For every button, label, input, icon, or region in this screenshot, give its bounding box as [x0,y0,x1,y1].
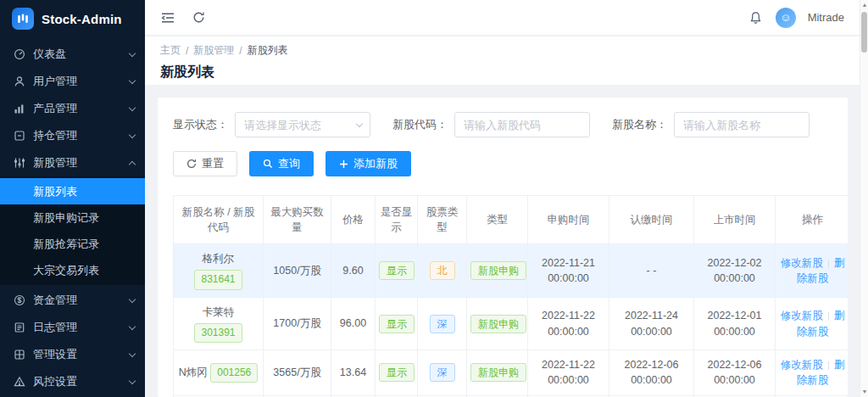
main-content: 显示状态： 新股代码： 新股名称： 重置 查询 [145,85,860,397]
breadcrumb: 主页 / 新股管理 / 新股列表 [160,43,844,58]
pay-date: - - [647,265,657,277]
list-date: 2022-12-02 [708,257,762,269]
submenu-item-block-trade-list[interactable]: 大宗交易列表 [0,257,145,283]
edit-newstock-link[interactable]: 修改新股 [781,359,823,371]
filter-row: 显示状态： 新股代码： 新股名称： [173,112,832,137]
chevron-down-icon [129,295,136,302]
table-row: 格利尔 831641 1050/万股 9.60 显示 北 新股申购 2022-1… [174,244,849,298]
display-badge: 显示 [379,261,415,280]
action-divider [828,312,829,321]
display-badge: 显示 [379,363,415,382]
subscribe-clock: 00:00:00 [548,374,589,386]
log-icon [13,322,25,334]
app-title: Stock-Admin [42,12,122,26]
stock-name: 卡莱特 [203,306,235,318]
sidebar-item-newstock[interactable]: 新股管理 [0,149,145,176]
filter-label: 新股名称： [612,117,667,132]
price: 9.60 [331,244,376,298]
sidebar-item-products[interactable]: 产品管理 [0,95,145,122]
filter-display-status: 显示状态： [173,112,370,137]
query-button[interactable]: 查询 [249,151,314,176]
user-name[interactable]: Mitrade [808,11,844,24]
app-logo-icon [12,8,34,30]
price: 13.64 [331,350,376,395]
newstock-submenu: 新股列表 新股申购记录 新股抢筹记录 大宗交易列表 [0,176,145,285]
submenu-item-newstock-list[interactable]: 新股列表 [0,178,145,204]
sidebar-item-label: 新股管理 [33,155,130,171]
list-date: 2022-12-06 [708,359,762,371]
logo: Stock-Admin [0,0,145,37]
breadcrumb-home[interactable]: 主页 [160,43,181,58]
sidebar-item-logs[interactable]: 日志管理 [0,314,145,341]
position-icon [13,130,25,143]
chevron-up-icon [129,160,136,167]
col-header-display: 是否显示 [376,196,418,244]
plus-icon [339,159,348,169]
sidebar-item-label: 产品管理 [33,101,130,116]
submenu-item-grab-records[interactable]: 新股抢筹记录 [0,231,145,257]
notification-bell-icon[interactable] [748,10,764,25]
filter-stock-name: 新股名称： [612,112,810,137]
sidebar-item-users[interactable]: 用户管理 [0,68,145,95]
pay-date: 2022-12-06 [625,359,679,371]
add-newstock-button[interactable]: 添加新股 [326,151,411,176]
pay-clock: 00:00:00 [631,326,672,338]
market-badge: 深 [430,315,455,333]
table-header-row: 新股名称 / 新股代码 最大购买数量 价格 是否显示 股票类型 类型 申购时间 … [174,196,849,244]
pay-clock: 00:00:00 [631,374,672,386]
col-header-list-time: 上市时间 [694,196,776,244]
vertical-scrollbar[interactable]: ▲ ▼ [860,0,868,397]
display-status-select[interactable] [235,112,370,137]
edit-newstock-link[interactable]: 修改新股 [781,257,823,269]
sidebar-item-label: 风控设置 [33,374,130,389]
refresh-icon[interactable] [191,10,206,25]
risk-icon [13,376,25,389]
breadcrumb-block: 主页 / 新股管理 / 新股列表 新股列表 [145,36,860,85]
col-header-price: 价格 [331,196,376,244]
col-header-type: 类型 [467,196,528,244]
scroll-down-arrow[interactable]: ▼ [860,387,868,397]
sidebar-item-funds[interactable]: 资金管理 [0,287,145,314]
stock-code-badge: 001256 [210,363,258,383]
filter-stock-code: 新股代码： [392,112,590,137]
price: 96.00 [331,297,376,350]
breadcrumb-newstock-mgmt[interactable]: 新股管理 [193,43,234,58]
type-badge: 新股申购 [470,315,526,333]
sidebar-item-dashboard[interactable]: 仪表盘 [0,41,145,68]
stock-code-badge: 831641 [194,270,242,289]
stock-code-badge: 301391 [194,323,242,343]
col-header-actions: 操作 [776,196,849,244]
breadcrumb-separator: / [186,45,188,57]
max-qty: 1700/万股 [264,297,331,350]
sidebar-item-label: 用户管理 [33,74,130,89]
table-row: 卡莱特 301391 1700/万股 96.00 显示 深 新股申购 2022-… [174,297,849,350]
chevron-down-icon [129,131,136,137]
collapse-sidebar-icon[interactable] [160,10,175,25]
settings-icon [13,349,25,361]
breadcrumb-current: 新股列表 [248,43,288,58]
chevron-down-icon [129,103,136,110]
col-header-name-code: 新股名称 / 新股代码 [174,196,264,244]
scroll-up-arrow[interactable]: ▲ [860,0,868,10]
chevron-down-icon [129,377,136,383]
chevron-down-icon [129,322,136,329]
stock-name-input[interactable] [674,112,810,137]
subscribe-date: 2022-11-22 [542,310,595,322]
sidebar-item-label: 管理设置 [33,347,130,362]
scrollbar-thumb[interactable] [861,12,867,53]
sidebar-item-admin-settings[interactable]: 管理设置 [0,341,145,368]
sidebar-item-label: 持仓管理 [33,128,130,143]
type-badge: 新股申购 [470,363,526,382]
sidebar-item-positions[interactable]: 持仓管理 [0,122,145,149]
reset-button[interactable]: 重置 [173,151,237,176]
submenu-item-subscription-records[interactable]: 新股申购记录 [0,204,145,231]
user-avatar[interactable]: ☺ [776,8,796,28]
edit-newstock-link[interactable]: 修改新股 [781,310,823,322]
subscribe-clock: 00:00:00 [548,272,589,284]
market-badge: 北 [430,261,455,280]
gauge-icon [13,48,25,61]
sidebar-item-label: 仪表盘 [33,47,130,62]
stock-code-input[interactable] [454,112,590,137]
sidebar-item-risk-settings[interactable]: 风控设置 [0,368,145,395]
table-row: N炜冈 001256 3565/万股 13.64 显示 深 新股申购 2022-… [174,350,849,395]
